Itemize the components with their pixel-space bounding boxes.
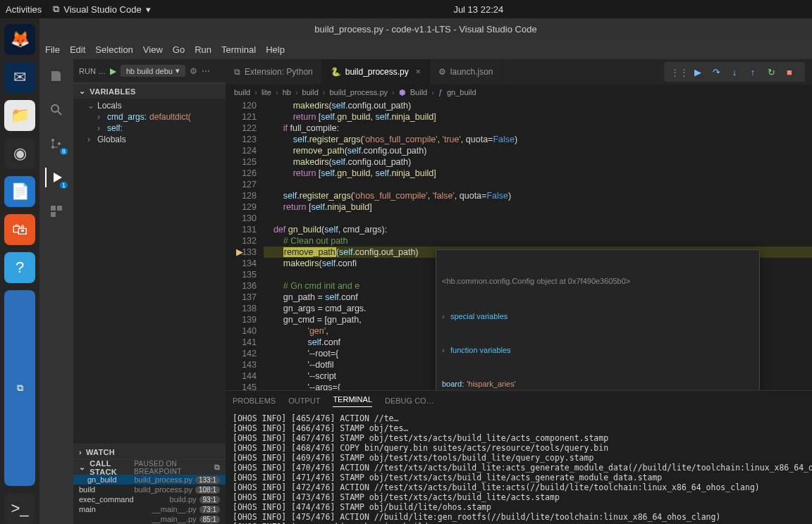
- dock-help-icon[interactable]: ?: [4, 252, 35, 283]
- menu-bar: FileEditSelectionViewGoRunTerminalHelp: [39, 39, 812, 59]
- hover-property[interactable]: board: 'hispark_aries': [436, 378, 759, 389]
- vscode-window: build_process.py - code-v1.1-LTS - Visua…: [39, 18, 812, 524]
- collapse-icon[interactable]: ⧉: [214, 463, 220, 472]
- svg-point-4: [58, 142, 61, 145]
- dock-thunderbird-icon[interactable]: ✉: [4, 62, 35, 93]
- step-over-icon[interactable]: ↷: [710, 66, 722, 77]
- locals-scope[interactable]: ⌄ Locals: [73, 100, 226, 111]
- variable-row[interactable]: ›self:: [73, 123, 226, 134]
- code-editor[interactable]: 120 121 122 123 124 125 126 127 128 129 …: [226, 100, 812, 390]
- callstack-frame[interactable]: exec_commandbuild.py93:1: [73, 494, 226, 504]
- menu-go[interactable]: Go: [173, 44, 185, 55]
- watch-header[interactable]: › WATCH: [73, 444, 226, 459]
- close-icon[interactable]: ×: [416, 67, 421, 77]
- dock-rhythmbox-icon[interactable]: ◉: [4, 138, 35, 169]
- hover-function-vars[interactable]: ›function variables: [436, 344, 759, 356]
- svg-point-2: [51, 139, 54, 142]
- editor-tab[interactable]: ⚙launch.json: [430, 59, 503, 85]
- debug-hover-tooltip[interactable]: <hb.common.config.Config object at 0x7f4…: [436, 249, 760, 390]
- clock[interactable]: Jul 13 22:24: [151, 4, 806, 15]
- callstack-header[interactable]: ⌄ CALL STACK PAUSED ON BREAKPOINT ⧉: [73, 459, 226, 475]
- panel-tab-terminal[interactable]: TERMINAL: [333, 395, 372, 407]
- chevron-down-icon: ▾: [146, 4, 151, 15]
- run-label: RUN …: [79, 67, 106, 75]
- variable-row[interactable]: ›cmd_args: defaultdict(: [73, 111, 226, 123]
- activity-bar: 8 1: [39, 59, 73, 524]
- menu-selection[interactable]: Selection: [95, 44, 133, 55]
- editor-tab[interactable]: 🐍build_process.py×: [322, 59, 430, 85]
- extensions-icon[interactable]: [47, 201, 66, 221]
- line-gutter: 120 121 122 123 124 125 126 127 128 129 …: [226, 100, 264, 390]
- code-content[interactable]: makedirs(self.config.out_path) return [s…: [264, 100, 812, 390]
- breadcrumb-item[interactable]: build: [234, 88, 250, 96]
- bottom-panel: PROBLEMSOUTPUTTERMINALDEBUG CO… [OHOS IN…: [226, 390, 812, 524]
- chevron-down-icon: ⌄: [79, 463, 85, 472]
- start-debug-icon[interactable]: ▶: [110, 66, 116, 76]
- chevron-down-icon: ⌄: [79, 87, 85, 96]
- debug-badge: 1: [60, 182, 68, 189]
- callstack-frame[interactable]: gn_buildbuild_process.py133:1: [73, 475, 226, 485]
- callstack-frame[interactable]: __main__.py85:1: [73, 514, 226, 524]
- step-into-icon[interactable]: ↓: [729, 66, 740, 77]
- variables-header[interactable]: ⌄ VARIABLES: [73, 83, 226, 99]
- svg-rect-6: [57, 206, 62, 211]
- menu-terminal[interactable]: Terminal: [221, 44, 256, 55]
- debug-config-dropdown[interactable]: hb build debu ▾: [121, 65, 185, 77]
- svg-point-0: [51, 105, 59, 112]
- breadcrumb-item[interactable]: build_process.py: [330, 88, 388, 96]
- breadcrumb-item[interactable]: build: [302, 88, 319, 96]
- panel-tab-debugco[interactable]: DEBUG CO…: [385, 397, 434, 405]
- hover-property[interactable]: build_path: '/home/turing/code-v1.1-LTS/…: [436, 389, 759, 390]
- panel-tab-problems[interactable]: PROBLEMS: [233, 397, 276, 405]
- breadcrumbs[interactable]: build›lite›hb›build›build_process.py›⬢ B…: [226, 85, 812, 100]
- editor-area: ⧉Extension: Python🐍build_process.py×⚙lau…: [226, 59, 812, 524]
- more-icon[interactable]: ⋯: [202, 66, 210, 76]
- floating-debug-toolbar: ⋮⋮ ▶ ↷ ↓ ↑ ↻ ■: [664, 62, 805, 82]
- focused-app-indicator[interactable]: ⧉ Visual Studio Code ▾: [53, 4, 150, 15]
- menu-run[interactable]: Run: [195, 44, 211, 55]
- continue-icon[interactable]: ▶: [692, 66, 703, 77]
- globals-scope[interactable]: › Globals: [73, 134, 226, 145]
- dock-firefox-icon[interactable]: 🦊: [4, 24, 35, 55]
- menu-edit[interactable]: Edit: [70, 44, 85, 55]
- svg-line-1: [58, 111, 61, 115]
- gnome-top-bar: Activities ⧉ Visual Studio Code ▾ Jul 13…: [0, 0, 812, 18]
- breadcrumb-item[interactable]: lite: [262, 88, 271, 96]
- scm-badge: 8: [60, 148, 68, 155]
- stop-icon[interactable]: ■: [784, 66, 795, 77]
- panel-tab-output[interactable]: OUTPUT: [288, 397, 320, 405]
- dock-software-icon[interactable]: 🛍: [4, 214, 35, 245]
- svg-rect-7: [51, 212, 56, 217]
- breadcrumb-item[interactable]: gn_build: [447, 88, 476, 96]
- dock-terminal-icon[interactable]: >_: [4, 493, 35, 524]
- chevron-right-icon: ›: [87, 135, 94, 144]
- menu-view[interactable]: View: [143, 44, 163, 55]
- terminal-output[interactable]: [OHOS INFO] [465/476] ACTION //te… [OHOS…: [226, 411, 812, 524]
- menu-file[interactable]: File: [45, 44, 60, 55]
- callstack-frame[interactable]: buildbuild_process.py108:1: [73, 485, 226, 494]
- restart-icon[interactable]: ↻: [765, 66, 777, 77]
- run-debug-icon[interactable]: 1: [45, 168, 66, 187]
- callstack-frame[interactable]: main__main__.py73:1: [73, 504, 226, 514]
- menu-help[interactable]: Help: [266, 44, 285, 55]
- breadcrumb-item[interactable]: hb: [283, 88, 291, 96]
- step-out-icon[interactable]: ↑: [747, 66, 758, 77]
- editor-tab[interactable]: ⧉Extension: Python: [226, 59, 322, 85]
- file-icon: ⧉: [234, 67, 240, 77]
- activities-button[interactable]: Activities: [6, 4, 42, 15]
- explorer-icon[interactable]: [47, 66, 66, 86]
- vscode-icon: ⧉: [53, 4, 59, 15]
- hover-header: <hb.common.config.Config object at 0x7f4…: [436, 274, 759, 288]
- hover-special-vars[interactable]: ›special variables: [436, 311, 759, 322]
- dock-files-icon[interactable]: 📁: [4, 100, 35, 131]
- gear-icon[interactable]: ⚙: [190, 66, 197, 76]
- panel-tabs: PROBLEMSOUTPUTTERMINALDEBUG CO…: [226, 391, 812, 411]
- svg-point-3: [51, 146, 54, 149]
- scm-icon[interactable]: 8: [47, 134, 66, 154]
- dock-libreoffice-icon[interactable]: 📄: [4, 176, 35, 207]
- file-icon: 🐍: [331, 67, 341, 77]
- drag-handle-icon[interactable]: ⋮⋮: [674, 66, 685, 77]
- search-icon[interactable]: [47, 100, 66, 120]
- dock-vscode-icon[interactable]: ⧉: [4, 290, 35, 486]
- breadcrumb-item[interactable]: Build: [410, 88, 427, 96]
